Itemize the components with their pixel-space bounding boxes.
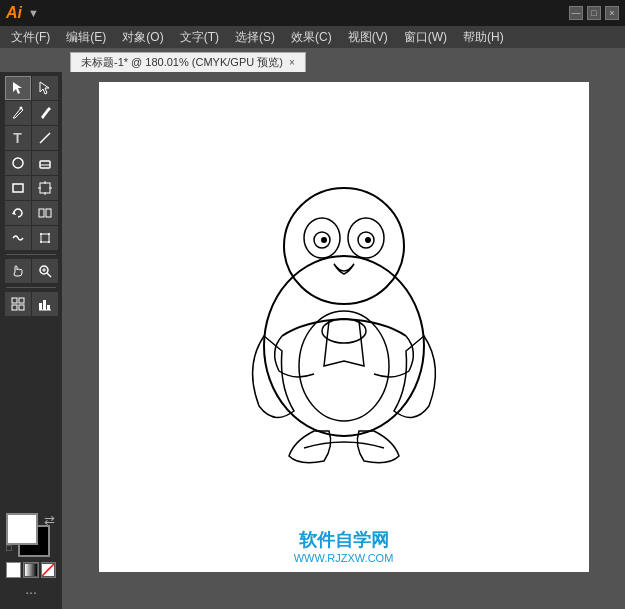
ellipse-tool[interactable] xyxy=(5,151,31,175)
svg-point-45 xyxy=(299,311,389,421)
line-tool[interactable] xyxy=(32,126,58,150)
svg-point-37 xyxy=(284,188,404,304)
svg-rect-33 xyxy=(25,564,37,576)
svg-rect-16 xyxy=(41,234,49,242)
svg-line-3 xyxy=(40,133,50,143)
menu-help[interactable]: 帮助(H) xyxy=(456,27,511,48)
tool-row-select xyxy=(2,76,60,100)
svg-rect-28 xyxy=(19,305,24,310)
menu-select[interactable]: 选择(S) xyxy=(228,27,282,48)
text-tool[interactable]: T xyxy=(5,126,31,150)
svg-point-4 xyxy=(13,158,23,168)
svg-rect-14 xyxy=(39,209,44,217)
color-boxes: ⇄ □ xyxy=(6,513,58,557)
tool-row-text: T xyxy=(2,126,60,150)
svg-rect-29 xyxy=(39,303,42,310)
svg-marker-13 xyxy=(12,211,16,215)
color-section: ⇄ □ ··· xyxy=(2,509,60,605)
more-tools-button[interactable]: ··· xyxy=(6,583,56,601)
svg-rect-27 xyxy=(12,305,17,310)
menu-text[interactable]: 文字(T) xyxy=(173,27,226,48)
menu-bar: 文件(F) 编辑(E) 对象(O) 文字(T) 选择(S) 效果(C) 视图(V… xyxy=(0,26,625,48)
warp-tool[interactable] xyxy=(5,226,31,250)
reset-colors-icon[interactable]: □ xyxy=(6,543,20,557)
free-transform-tool[interactable] xyxy=(32,226,58,250)
ai-logo: Ai xyxy=(6,4,22,22)
svg-rect-26 xyxy=(19,298,24,303)
swap-colors-icon[interactable]: ⇄ xyxy=(44,513,58,527)
tool-separator-2 xyxy=(6,287,56,288)
zoom-tool[interactable] xyxy=(32,259,58,283)
svg-line-22 xyxy=(47,273,51,277)
tool-row-pen xyxy=(2,101,60,125)
menu-view[interactable]: 视图(V) xyxy=(341,27,395,48)
close-button[interactable]: × xyxy=(605,6,619,20)
svg-rect-30 xyxy=(43,300,46,310)
penguin-illustration xyxy=(214,136,474,489)
svg-marker-1 xyxy=(40,82,49,94)
menu-window[interactable]: 窗口(W) xyxy=(397,27,454,48)
tab-bar: 未标题-1* @ 180.01% (CMYK/GPU 预览) × xyxy=(0,48,625,72)
foreground-color[interactable] xyxy=(6,513,38,545)
rectangle-tool[interactable] xyxy=(5,176,31,200)
tab-label: 未标题-1* @ 180.01% (CMYK/GPU 预览) xyxy=(81,55,283,70)
svg-rect-25 xyxy=(12,298,17,303)
main-area: T xyxy=(0,72,625,609)
watermark-main-text: 软件自学网 xyxy=(294,528,394,552)
rotate-tool[interactable] xyxy=(5,201,31,225)
svg-rect-7 xyxy=(13,184,23,192)
toolbar: T xyxy=(0,72,62,609)
eraser-tool[interactable] xyxy=(32,151,58,175)
grid-tool[interactable] xyxy=(5,292,31,316)
watermark: 软件自学网 WWW.RJZXW.COM xyxy=(294,528,394,564)
document-tab[interactable]: 未标题-1* @ 180.01% (CMYK/GPU 预览) × xyxy=(70,52,306,72)
artboard: 软件自学网 WWW.RJZXW.COM xyxy=(99,82,589,572)
chart-tool[interactable] xyxy=(32,292,58,316)
tool-row-grid xyxy=(2,292,60,316)
menu-object[interactable]: 对象(O) xyxy=(115,27,170,48)
title-bar: Ai ▼ — □ × xyxy=(0,0,625,26)
svg-rect-15 xyxy=(46,209,51,217)
hand-tool[interactable] xyxy=(5,259,31,283)
mode-row xyxy=(6,562,56,578)
svg-point-36 xyxy=(264,256,424,436)
tool-row-hand xyxy=(2,259,60,283)
menu-effect[interactable]: 效果(C) xyxy=(284,27,339,48)
gradient-mode-icon[interactable] xyxy=(23,562,38,578)
maximize-button[interactable]: □ xyxy=(587,6,601,20)
none-mode-icon[interactable] xyxy=(41,562,56,578)
direct-select-tool[interactable] xyxy=(32,76,58,100)
title-bar-icon: ▼ xyxy=(28,7,39,19)
menu-file[interactable]: 文件(F) xyxy=(4,27,57,48)
tab-close-icon[interactable]: × xyxy=(289,57,295,68)
tool-row-rect xyxy=(2,176,60,200)
tool-row-shape xyxy=(2,151,60,175)
window-controls: — □ × xyxy=(569,6,619,20)
minimize-button[interactable]: — xyxy=(569,6,583,20)
svg-point-43 xyxy=(365,237,371,243)
tool-separator-1 xyxy=(6,254,56,255)
svg-rect-8 xyxy=(40,183,50,193)
artboard-tool[interactable] xyxy=(32,176,58,200)
watermark-sub-text: WWW.RJZXW.COM xyxy=(294,552,394,564)
pencil-tool[interactable] xyxy=(32,101,58,125)
reflect-tool[interactable] xyxy=(32,201,58,225)
tool-row-rotate xyxy=(2,201,60,225)
normal-mode-icon[interactable] xyxy=(6,562,21,578)
svg-point-18 xyxy=(48,233,50,235)
svg-marker-0 xyxy=(13,82,22,94)
svg-point-20 xyxy=(48,241,50,243)
canvas-area[interactable]: 软件自学网 WWW.RJZXW.COM xyxy=(62,72,625,609)
svg-point-19 xyxy=(40,241,42,243)
svg-point-40 xyxy=(321,237,327,243)
pen-tool[interactable] xyxy=(5,101,31,125)
tool-row-warp xyxy=(2,226,60,250)
svg-point-2 xyxy=(19,107,22,110)
svg-point-17 xyxy=(40,233,42,235)
svg-rect-31 xyxy=(47,305,50,310)
select-tool[interactable] xyxy=(5,76,31,100)
menu-edit[interactable]: 编辑(E) xyxy=(59,27,113,48)
